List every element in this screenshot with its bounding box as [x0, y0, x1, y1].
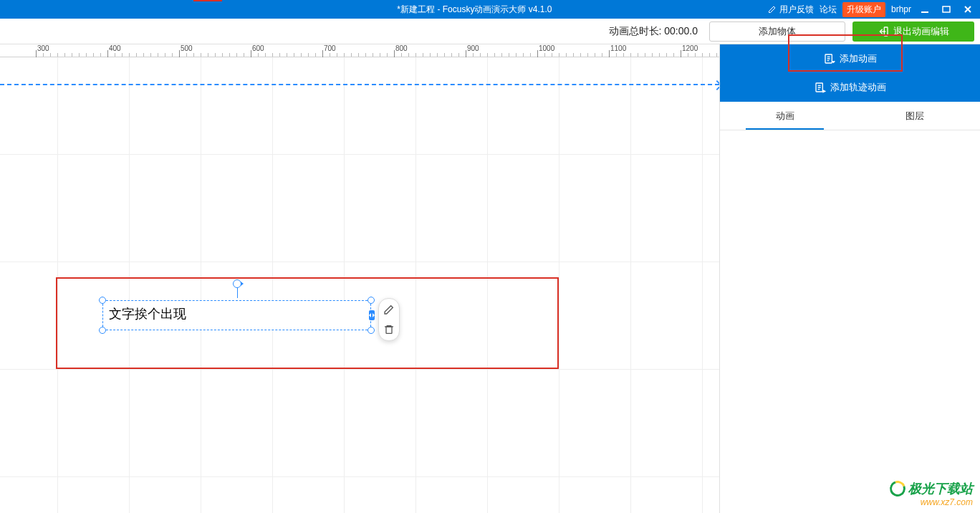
add-animation-button[interactable]: 添加动画 [720, 44, 980, 73]
horizontal-ruler[interactable]: 300400500600700800900100011001200 [0, 44, 719, 57]
feedback-label: 用户反馈 [779, 4, 814, 16]
edit-text-button[interactable] [383, 303, 395, 316]
ruler-minor-tick [330, 53, 330, 57]
close-button[interactable] [960, 3, 976, 16]
ruler-tick-label: 600 [252, 44, 264, 52]
ruler-minor-tick [308, 53, 309, 57]
ruler-minor-tick [544, 53, 545, 57]
ruler-tick-label: 1200 [682, 44, 698, 52]
duration-label: 动画总时长: [609, 25, 662, 37]
ruler-minor-tick [143, 53, 144, 57]
add-path-label: 添加轨迹动画 [830, 81, 886, 94]
ruler-minor-tick [229, 53, 230, 57]
ruler-minor-tick [509, 53, 509, 57]
ruler-minor-tick [57, 53, 58, 57]
ruler-minor-tick [437, 53, 438, 57]
add-path-animation-button[interactable]: 添加轨迹动画 [720, 73, 980, 102]
ruler-minor-tick [487, 53, 488, 57]
ruler-minor-tick [365, 53, 366, 57]
ruler-minor-tick [64, 53, 65, 57]
ruler-minor-tick [380, 53, 380, 57]
ruler-minor-tick [150, 53, 151, 57]
ruler-minor-tick [630, 53, 631, 57]
tab-animation-label: 动画 [776, 110, 794, 123]
ruler-minor-tick [552, 53, 552, 57]
minimize-button[interactable] [917, 3, 933, 16]
ruler-minor-tick [494, 53, 495, 57]
resize-handle-tr[interactable] [368, 297, 375, 304]
add-animation-label: 添加动画 [840, 52, 877, 65]
ruler-minor-tick [72, 53, 72, 57]
ruler-minor-tick [573, 53, 574, 57]
ruler-minor-tick [50, 53, 51, 57]
minimize-icon [921, 5, 929, 14]
ruler-minor-tick [530, 53, 531, 57]
ruler-tick-label: 500 [181, 44, 193, 52]
resize-handle-bl[interactable] [99, 327, 106, 334]
selected-text-object[interactable]: 文字挨个出现 [102, 300, 371, 330]
watermark-text1: 极光下载站 [908, 480, 973, 497]
resize-handle-tl[interactable] [99, 297, 106, 304]
ruler-minor-tick [373, 53, 373, 57]
feedback-link[interactable]: 用户反馈 [768, 4, 814, 16]
ruler-minor-tick [673, 53, 674, 57]
tab-layer[interactable]: 图层 [850, 102, 981, 130]
upgrade-button[interactable]: 升级账户 [842, 2, 885, 17]
ruler-minor-tick [602, 53, 602, 57]
ruler-minor-tick [580, 53, 581, 57]
ruler-minor-tick [272, 53, 273, 57]
resize-handle-br[interactable] [368, 327, 375, 334]
maximize-button[interactable] [938, 3, 954, 16]
horizontal-guide[interactable] [0, 84, 719, 85]
ruler-minor-tick [93, 53, 94, 57]
ruler-minor-tick [358, 53, 359, 57]
ruler-minor-tick [79, 53, 80, 57]
side-panel-body: 极光下载站 www.xz7.com [720, 130, 980, 513]
ruler-tick-label: 800 [395, 44, 408, 52]
rotation-handle[interactable] [233, 279, 241, 288]
ruler-minor-tick [265, 53, 266, 57]
ruler-minor-tick [480, 53, 481, 57]
add-path-icon [815, 82, 826, 93]
toolbar: 动画总时长: 00:00.0 添加物体 退出动画编辑 [0, 19, 980, 44]
ruler-tick-label: 300 [37, 44, 49, 52]
ruler-minor-tick [201, 53, 201, 57]
ruler-minor-tick [43, 53, 44, 57]
resize-handle-right[interactable] [369, 310, 375, 320]
delete-button[interactable] [383, 323, 395, 336]
ruler-minor-tick [244, 53, 244, 57]
ruler-minor-tick [638, 53, 638, 57]
ruler-minor-tick [215, 53, 216, 57]
floating-toolbar [378, 298, 400, 341]
ruler-minor-tick [666, 53, 667, 57]
ruler-minor-tick [716, 53, 717, 57]
ruler-tick-label: 900 [467, 44, 479, 52]
ruler-minor-tick [165, 53, 165, 57]
pencil-icon [383, 304, 395, 315]
tab-animation[interactable]: 动画 [720, 102, 850, 130]
ruler-minor-tick [236, 53, 237, 57]
ruler-minor-tick [444, 53, 445, 57]
add-object-button[interactable]: 添加物体 [709, 21, 845, 42]
ruler-minor-tick [129, 53, 130, 57]
ruler-tick-label: 400 [109, 44, 121, 52]
canvas-area[interactable]: 300400500600700800900100011001200 文字挨个出现 [0, 44, 719, 513]
ruler-minor-tick [337, 53, 337, 57]
ruler-minor-tick [387, 53, 388, 57]
watermark-url: www.xz7.com [890, 497, 973, 507]
forum-link[interactable]: 论坛 [820, 4, 837, 16]
side-panel-header: 添加动画 添加轨迹动画 [720, 44, 980, 102]
ruler-minor-tick [294, 53, 294, 57]
ruler-minor-tick [408, 53, 409, 57]
ruler-minor-tick [287, 53, 287, 57]
titlebar-red-indicator [193, 0, 222, 1]
exit-animation-edit-button[interactable]: 退出动画编辑 [852, 21, 974, 42]
ruler-minor-tick [702, 53, 703, 57]
ruler-minor-tick [315, 53, 316, 57]
text-content[interactable]: 文字挨个出现 [103, 301, 370, 327]
ruler-minor-tick [301, 53, 302, 57]
ruler-minor-tick [430, 53, 431, 57]
username-label[interactable]: brhpr [891, 4, 911, 14]
trash-icon [383, 324, 395, 335]
side-panel-tabs: 动画 图层 [720, 102, 980, 130]
